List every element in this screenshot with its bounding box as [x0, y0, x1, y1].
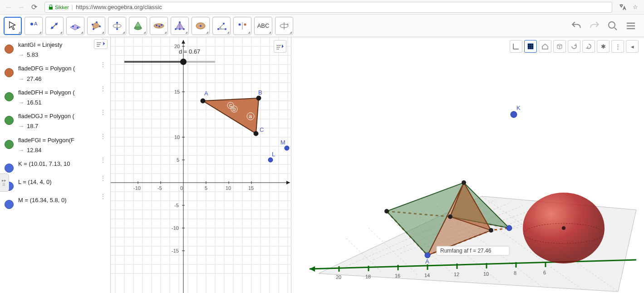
reload-button[interactable]: ⟳: [29, 2, 39, 12]
point-c[interactable]: [254, 131, 258, 136]
svg-text:8: 8: [514, 270, 516, 276]
undo-icon[interactable]: [570, 19, 583, 33]
svg-point-26: [200, 25, 202, 27]
algebra-name: fladeDFH = Polygon (: [18, 89, 108, 97]
search-icon[interactable]: [606, 19, 619, 33]
redo-icon[interactable]: [588, 19, 601, 33]
svg-point-14: [116, 28, 118, 30]
item-menu-icon[interactable]: ⋮: [100, 177, 107, 179]
style-bar-2d-icon[interactable]: [274, 40, 286, 53]
volume-tooltip: Rumfang af f = 27.46: [437, 246, 509, 255]
back-button[interactable]: ←: [4, 2, 14, 12]
sb3d-home-icon[interactable]: [539, 40, 551, 53]
svg-point-6: [77, 27, 79, 29]
star-icon[interactable]: ☆: [630, 2, 640, 12]
svg-point-22: [175, 28, 177, 30]
sphere-points-tool[interactable]: [150, 17, 168, 35]
item-menu-icon[interactable]: ⋮: [100, 88, 107, 89]
sb3d-gear-icon[interactable]: ✱: [597, 40, 610, 53]
algebra-item[interactable]: fladeDFG = Polygon (→27.46⋮: [0, 61, 110, 84]
point-l[interactable]: [268, 158, 273, 162]
visibility-toggle[interactable]: [5, 68, 14, 77]
sb3d-more-icon[interactable]: ⋮: [611, 40, 624, 53]
algebra-value: →18.7: [18, 122, 108, 130]
svg-text:14: 14: [424, 273, 430, 278]
cone-tool[interactable]: [129, 17, 147, 35]
main-area: kantGI = Linjesty→5.83⋮fladeDFG = Polygo…: [0, 37, 644, 293]
point-tool[interactable]: A: [25, 17, 43, 35]
address-bar[interactable]: Sikker | https://www.geogebra.org/classi…: [44, 2, 612, 13]
sb3d-collapse-icon[interactable]: ◂: [626, 40, 639, 53]
label-m: M: [280, 139, 285, 146]
rotate-view-tool[interactable]: [275, 17, 293, 35]
point-b[interactable]: [256, 96, 261, 100]
point3d-a[interactable]: [425, 253, 430, 258]
forward-button[interactable]: →: [16, 2, 26, 12]
graphics-3d-canvas[interactable]: 20 18 16 14 12 10 8 6 A: [291, 37, 644, 293]
move-tool[interactable]: [4, 17, 22, 35]
sb3d-rotate-icon[interactable]: [568, 40, 580, 53]
point3d-edge[interactable]: [506, 225, 512, 231]
item-menu-icon[interactable]: ⋮: [100, 159, 107, 161]
algebra-item[interactable]: fladeDFH = Polygon (→16.51⋮: [0, 85, 110, 109]
visibility-toggle[interactable]: [5, 200, 14, 209]
sb3d-axes-icon[interactable]: [510, 40, 522, 53]
line-tool[interactable]: [45, 17, 64, 35]
sphere-center-tool[interactable]: [192, 17, 210, 35]
svg-text:Rumfang af f = 27.46: Rumfang af f = 27.46: [440, 248, 492, 254]
reflect-tool[interactable]: [233, 17, 251, 35]
svg-point-31: [239, 23, 241, 25]
graphics-2d-canvas[interactable]: -10 -5 0 5 10 15 20 15 10 5 -5 -10 -15 d: [111, 37, 291, 293]
graphics-3d-view[interactable]: ✱ ⋮ ◂ 20 18: [291, 37, 644, 293]
algebra-value: →27.46: [18, 75, 108, 83]
svg-text:10: 10: [226, 185, 231, 191]
label-a: A: [204, 90, 208, 97]
svg-point-7: [93, 28, 94, 30]
item-menu-icon[interactable]: ⋮: [100, 111, 107, 113]
sb3d-capture-icon[interactable]: [582, 40, 595, 53]
algebra-item[interactable]: fladeDGJ = Polygon (→18.7⋮: [0, 109, 110, 132]
text-tool[interactable]: ABC: [254, 17, 272, 35]
circle-axis-tool[interactable]: [108, 17, 126, 35]
item-menu-icon[interactable]: ⋮: [100, 195, 107, 197]
polygon-tool[interactable]: [87, 17, 105, 35]
point-a[interactable]: [201, 99, 205, 103]
svg-text:-10: -10: [172, 225, 179, 231]
sb3d-grid-icon[interactable]: [524, 40, 537, 53]
visibility-toggle[interactable]: [5, 92, 14, 101]
svg-point-28: [223, 23, 225, 25]
pyramid-tool[interactable]: [171, 17, 189, 35]
algebra-item[interactable]: K = (10.01, 7.13, 10⋮: [0, 156, 110, 174]
secure-label: Sikker: [55, 5, 69, 10]
visibility-toggle[interactable]: [5, 45, 14, 54]
translate-icon[interactable]: [618, 2, 628, 12]
algebra-name: fladeDFG = Polygon (: [18, 65, 108, 73]
algebra-item[interactable]: L = (14, 4, 0)⋮: [0, 174, 110, 193]
algebra-item[interactable]: M = (16.34, 5.8, 0)⋮: [0, 193, 110, 211]
slider-handle[interactable]: [180, 59, 187, 65]
point3d-k[interactable]: [511, 111, 517, 118]
point-m[interactable]: [285, 146, 289, 150]
plane-tool[interactable]: [66, 17, 84, 35]
algebra-sort-icon[interactable]: [94, 39, 108, 49]
sb3d-cube-icon[interactable]: [553, 40, 566, 53]
visibility-toggle[interactable]: [5, 164, 14, 173]
panel-handle[interactable]: ▸▸ ⠿: [0, 174, 9, 192]
browser-chrome: ← → ⟳ Sikker | https://www.geogebra.org/…: [0, 0, 644, 15]
visibility-toggle[interactable]: [5, 116, 14, 125]
menu-icon[interactable]: [624, 19, 638, 33]
visibility-toggle[interactable]: [5, 140, 14, 149]
item-menu-icon[interactable]: ⋮: [100, 64, 107, 65]
slider-label: d = 0.67: [179, 48, 200, 55]
svg-text:6: 6: [543, 270, 546, 275]
svg-point-18: [158, 25, 160, 27]
svg-point-134: [489, 228, 493, 233]
angle-tool[interactable]: [212, 17, 231, 35]
svg-point-35: [609, 22, 615, 28]
svg-text:b: b: [232, 105, 236, 112]
algebra-item[interactable]: fladeFGI = Polygon(F→12.84⋮: [0, 133, 110, 156]
item-menu-icon[interactable]: ⋮: [100, 135, 107, 137]
svg-point-24: [179, 28, 181, 30]
graphics-2d-view[interactable]: -10 -5 0 5 10 15 20 15 10 5 -5 -10 -15 d: [111, 37, 291, 293]
svg-text:12: 12: [454, 272, 459, 277]
